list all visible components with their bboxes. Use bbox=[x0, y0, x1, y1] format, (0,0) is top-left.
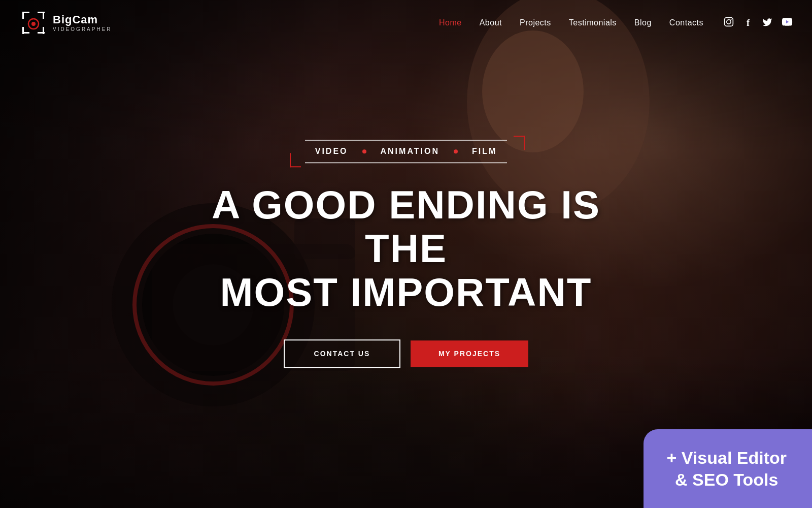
brand-subtitle: VIDEOGRAPHER bbox=[53, 26, 112, 32]
facebook-icon[interactable]: f bbox=[743, 18, 753, 28]
brand-logo-area[interactable]: BigCam VIDEOGRAPHER bbox=[20, 10, 112, 36]
service-video: VIDEO bbox=[315, 147, 348, 156]
nav-testimonials[interactable]: Testimonials bbox=[569, 18, 617, 27]
navbar: BigCam VIDEOGRAPHER Home About Projects … bbox=[0, 0, 812, 46]
logo-icon bbox=[20, 10, 47, 36]
svg-rect-15 bbox=[43, 27, 44, 34]
dot-1 bbox=[362, 149, 366, 153]
dot-2 bbox=[454, 149, 458, 153]
svg-point-20 bbox=[731, 19, 732, 20]
badge-text: + Visual Editor & SEO Tools bbox=[666, 447, 787, 490]
brand-text-area: BigCam VIDEOGRAPHER bbox=[53, 14, 112, 31]
badge-line1: + Visual Editor bbox=[666, 448, 787, 467]
visual-editor-badge[interactable]: + Visual Editor & SEO Tools bbox=[644, 429, 812, 508]
hero-headline: A GOOD ENDING IS THE MOST IMPORTANT bbox=[178, 183, 634, 314]
service-film: FILM bbox=[472, 147, 497, 156]
nav-projects[interactable]: Projects bbox=[520, 18, 551, 27]
instagram-icon[interactable] bbox=[724, 17, 734, 29]
badge-line2: & SEO Tools bbox=[675, 470, 778, 489]
nav-links: Home About Projects Testimonials Blog Co… bbox=[439, 18, 703, 27]
nav-about[interactable]: About bbox=[480, 18, 502, 27]
bracket-right bbox=[514, 136, 525, 150]
top-line bbox=[305, 140, 507, 141]
svg-rect-13 bbox=[22, 27, 24, 34]
bracket-left bbox=[290, 153, 301, 167]
svg-point-19 bbox=[727, 19, 731, 23]
my-projects-button[interactable]: MY PROJECTS bbox=[411, 341, 528, 367]
contact-us-button[interactable]: CONTACT US bbox=[284, 340, 400, 368]
social-icons: f bbox=[724, 17, 792, 29]
twitter-icon[interactable] bbox=[762, 17, 772, 29]
hero-content: VIDEO ANIMATION FILM A GOOD ENDING IS TH… bbox=[178, 140, 634, 368]
svg-rect-9 bbox=[22, 12, 24, 19]
svg-rect-18 bbox=[725, 17, 733, 26]
services-decorator: VIDEO ANIMATION FILM bbox=[285, 140, 528, 163]
brand-name: BigCam bbox=[53, 14, 112, 26]
bottom-line bbox=[305, 162, 507, 163]
headline-line-2: MOST IMPORTANT bbox=[220, 270, 592, 314]
services-row: VIDEO ANIMATION FILM bbox=[178, 140, 634, 163]
nav-contacts[interactable]: Contacts bbox=[669, 18, 703, 27]
youtube-icon[interactable] bbox=[782, 18, 792, 28]
headline-line-1: A GOOD ENDING IS THE bbox=[212, 182, 600, 271]
hero-section: BigCam VIDEOGRAPHER Home About Projects … bbox=[0, 0, 812, 508]
service-animation: ANIMATION bbox=[381, 147, 439, 156]
nav-home[interactable]: Home bbox=[439, 18, 462, 27]
svg-point-17 bbox=[31, 22, 36, 26]
nav-blog[interactable]: Blog bbox=[634, 18, 652, 27]
svg-rect-11 bbox=[43, 12, 44, 19]
cta-buttons: CONTACT US MY PROJECTS bbox=[178, 340, 634, 368]
